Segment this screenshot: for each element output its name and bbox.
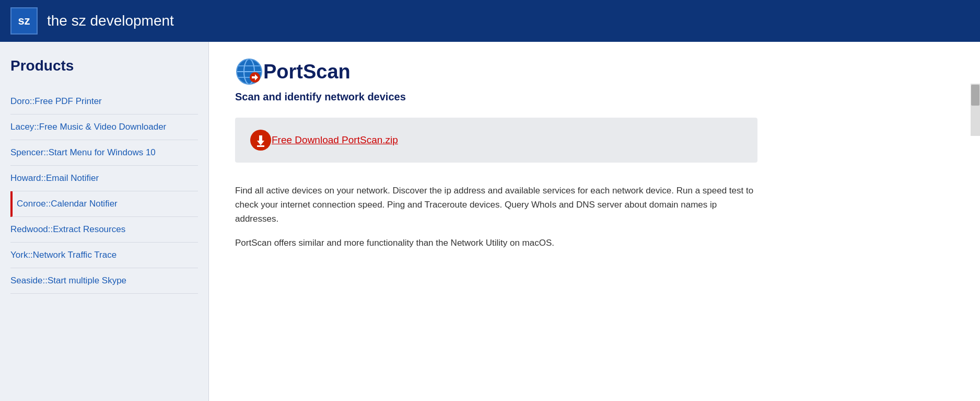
description-paragraph-2: PortScan offers similar and more functio… (235, 236, 757, 250)
sidebar-item-redwood[interactable]: Redwood::Extract Resources (10, 217, 198, 243)
site-header: sz the sz development (0, 0, 980, 42)
product-icon (235, 58, 263, 86)
main-layout: Products Doro::Free PDF Printer Lacey::F… (0, 42, 980, 401)
product-description: Find all active devices on your network.… (235, 184, 757, 250)
product-subtitle: Scan and identify network devices (235, 91, 954, 103)
sidebar-item-conroe[interactable]: Conroe::Calendar Notifier (10, 191, 198, 217)
sidebar-heading: Products (10, 58, 198, 74)
svg-rect-8 (252, 76, 256, 78)
description-paragraph-1: Find all active devices on your network.… (235, 184, 757, 226)
sidebar-item-seaside[interactable]: Seaside::Start multiple Skype (10, 268, 198, 294)
scrollbar[interactable] (971, 84, 980, 136)
scroll-thumb[interactable] (971, 85, 979, 106)
sidebar-item-spencer[interactable]: Spencer::Start Menu for Windows 10 (10, 140, 198, 166)
download-link[interactable]: Free Download PortScan.zip (272, 134, 398, 146)
svg-rect-12 (257, 145, 264, 147)
sidebar: Products Doro::Free PDF Printer Lacey::F… (0, 42, 209, 401)
main-content: PortScan Scan and identify network devic… (209, 42, 980, 401)
sidebar-item-york[interactable]: York::Network Traffic Trace (10, 243, 198, 268)
product-title: PortScan (263, 61, 351, 83)
download-box: Free Download PortScan.zip (235, 118, 757, 163)
download-icon (250, 129, 272, 151)
sidebar-item-howard[interactable]: Howard::Email Notifier (10, 166, 198, 191)
sidebar-item-lacey[interactable]: Lacey::Free Music & Video Downloader (10, 114, 198, 140)
site-title: the sz development (47, 13, 174, 29)
sidebar-item-doro[interactable]: Doro::Free PDF Printer (10, 89, 198, 114)
site-logo: sz (10, 7, 38, 35)
product-header: PortScan (235, 58, 954, 86)
